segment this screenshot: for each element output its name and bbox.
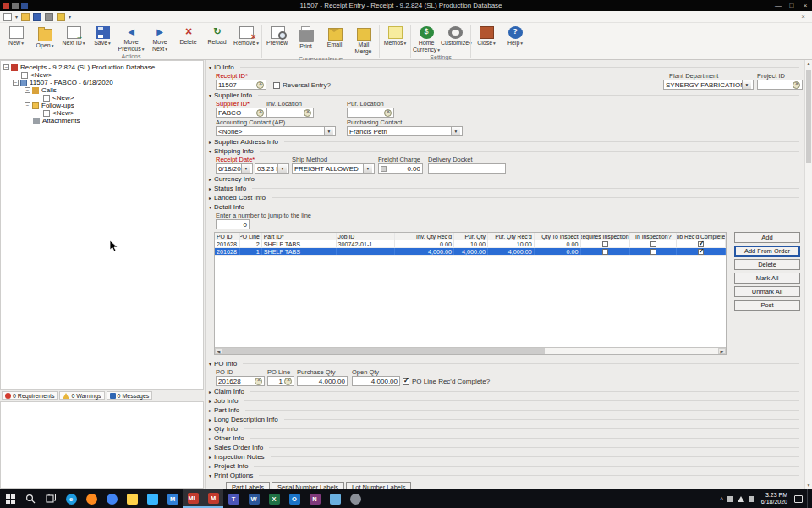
tray-app-icon[interactable]: [727, 496, 733, 502]
scrollbar-thumb[interactable]: [806, 70, 811, 163]
receipt-id-lookup-icon[interactable]: [256, 81, 264, 89]
tree-item-new-receipt[interactable]: <New>: [1, 71, 203, 79]
outlook-icon[interactable]: O: [284, 489, 304, 508]
close-button[interactable]: Close▾: [472, 24, 501, 47]
post-button[interactable]: Post: [734, 300, 800, 311]
move-next-button[interactable]: Move Next▾: [145, 24, 174, 52]
store-icon[interactable]: [142, 489, 162, 508]
erp-receipt-icon[interactable]: ML: [183, 489, 203, 508]
firefox-icon[interactable]: [81, 489, 102, 508]
memos-button[interactable]: Memos▾: [381, 24, 409, 47]
tree-item-attachments[interactable]: Attachments: [1, 117, 203, 124]
word-icon[interactable]: W: [244, 489, 264, 508]
tree-item-calls[interactable]: − Calls: [1, 86, 203, 94]
accounting-contact-combo[interactable]: <None> ▾: [216, 126, 336, 136]
expander-icon[interactable]: −: [25, 102, 30, 108]
task-view-icon[interactable]: [41, 489, 61, 508]
teams-icon[interactable]: T: [223, 489, 244, 508]
plant-department-combo[interactable]: SYNERGY FABRICATION - FORT WORTH ▾: [663, 80, 754, 90]
scroll-up-icon[interactable]: ▲: [805, 61, 812, 66]
po-line-field[interactable]: 1: [267, 376, 294, 386]
lot-number-labels-button[interactable]: Lot Number Labels: [346, 482, 411, 489]
tree-item-new-follow-up[interactable]: <New>: [1, 109, 203, 117]
unmark-all-button[interactable]: Unmark All: [734, 286, 800, 297]
pur-location-field[interactable]: [347, 108, 394, 118]
qat-print-icon[interactable]: [45, 13, 53, 21]
dropdown-icon[interactable]: ▾: [277, 164, 287, 173]
receipt-date-combo[interactable]: 6/18/2020 ▾: [216, 163, 253, 174]
section-inspection-notes[interactable]: ▸ Inspection Notes: [206, 452, 804, 461]
dropdown-icon[interactable]: ▾: [742, 80, 751, 89]
mail-merge-button[interactable]: Mail Merge: [349, 24, 378, 55]
supplier-id-field[interactable]: FABCO: [216, 108, 266, 118]
open-button[interactable]: Open▾: [30, 24, 59, 50]
detail-grid-header[interactable]: PO ID PO Line Part ID* Job ID Inv. Qty R…: [215, 233, 726, 240]
preview-button[interactable]: Preview: [263, 24, 292, 47]
home-currency-button[interactable]: Home Currency▾: [412, 24, 441, 53]
in-inspection-checkbox[interactable]: [650, 249, 656, 255]
delete-line-button[interactable]: Delete: [734, 259, 800, 270]
po-id-field[interactable]: 201628: [216, 376, 265, 386]
scroll-down-icon[interactable]: ▼: [805, 483, 812, 488]
reversal-entry-checkbox[interactable]: Reversal Entry?: [273, 81, 331, 89]
scrollbar-thumb[interactable]: [222, 348, 545, 354]
onenote-icon[interactable]: N: [304, 489, 325, 508]
erp-main-icon[interactable]: M: [203, 489, 223, 508]
table-row[interactable]: 201628 2 SHELF TABS 300742-01-1 0.00 10.…: [215, 240, 726, 248]
qat-more-caret-icon[interactable]: ▾: [69, 14, 71, 19]
print-button[interactable]: Print: [292, 24, 321, 51]
qat-open-icon[interactable]: [21, 13, 30, 21]
section-po-info[interactable]: ▾ PO Info: [206, 359, 804, 368]
po-line-recd-complete-checkbox[interactable]: PO Line Rec'd Complete?: [403, 378, 490, 385]
delete-button[interactable]: Delete: [174, 24, 203, 47]
titlebar-undo-icon[interactable]: [21, 3, 28, 9]
section-supplier-address-info[interactable]: ▸ Supplier Address Info: [206, 137, 804, 146]
section-qty-info[interactable]: ▸ Qty Info: [206, 424, 804, 433]
add-button[interactable]: Add: [734, 232, 800, 243]
network-icon[interactable]: [738, 496, 744, 502]
delivery-docket-field[interactable]: [428, 163, 506, 174]
add-from-order-button[interactable]: Add From Order: [734, 246, 800, 257]
show-desktop-button[interactable]: [807, 489, 810, 508]
close-window-button[interactable]: ×: [798, 2, 812, 9]
grid-horizontal-scrollbar[interactable]: ◀ ▶: [215, 347, 726, 354]
maximize-button[interactable]: □: [785, 2, 798, 9]
email-button[interactable]: Email: [321, 24, 349, 49]
move-previous-button[interactable]: Move Previous▾: [117, 24, 145, 52]
dropdown-icon[interactable]: ▾: [241, 164, 250, 173]
mail-icon[interactable]: M: [162, 489, 183, 508]
tree-item-receipt-11507[interactable]: − 11507 - FABCO - 6/18/2020: [1, 79, 203, 86]
qat-email-icon[interactable]: [57, 13, 65, 21]
ribbon-collapse-icon[interactable]: ×: [801, 13, 809, 20]
notepad-icon[interactable]: [325, 489, 345, 508]
minimize-button[interactable]: —: [771, 2, 785, 9]
form-vertical-scrollbar[interactable]: ▲ ▼: [804, 60, 812, 489]
chrome-icon[interactable]: [102, 489, 122, 508]
inv-location-field[interactable]: [266, 108, 314, 118]
scroll-left-icon[interactable]: ◀: [215, 348, 222, 354]
remove-button[interactable]: Remove▾: [232, 24, 261, 47]
excel-icon[interactable]: X: [264, 489, 284, 508]
start-button[interactable]: [0, 489, 20, 508]
requires-inspection-checkbox[interactable]: [602, 249, 608, 255]
section-supplier-info[interactable]: ▾ Supplier Info: [206, 91, 804, 100]
purchasing-contact-combo[interactable]: Francis Petri ▾: [347, 126, 463, 136]
dropdown-icon[interactable]: ▾: [363, 164, 372, 173]
inv-location-lookup-icon[interactable]: [304, 109, 311, 117]
job-recd-complete-checkbox[interactable]: [698, 249, 704, 255]
dropdown-icon[interactable]: ▾: [451, 127, 460, 135]
qat-save-icon[interactable]: [33, 13, 41, 21]
expander-icon[interactable]: −: [13, 80, 19, 86]
new-button[interactable]: New▾: [2, 24, 30, 47]
section-currency-info[interactable]: ▸ Currency Info: [206, 174, 804, 184]
reload-button[interactable]: Reload: [203, 24, 232, 47]
section-print-options[interactable]: ▾ Print Options: [206, 471, 804, 480]
tree-item-follow-ups[interactable]: − Follow-ups: [1, 102, 203, 109]
open-qty-field[interactable]: 4,000.00: [352, 376, 400, 386]
file-explorer-icon[interactable]: [122, 489, 142, 508]
dropdown-icon[interactable]: ▾: [324, 127, 333, 135]
section-other-info[interactable]: ▸ Other Info: [206, 433, 804, 443]
help-button[interactable]: Help▾: [501, 24, 529, 47]
volume-icon[interactable]: [749, 496, 754, 502]
next-id-button[interactable]: Next ID▾: [59, 24, 88, 47]
